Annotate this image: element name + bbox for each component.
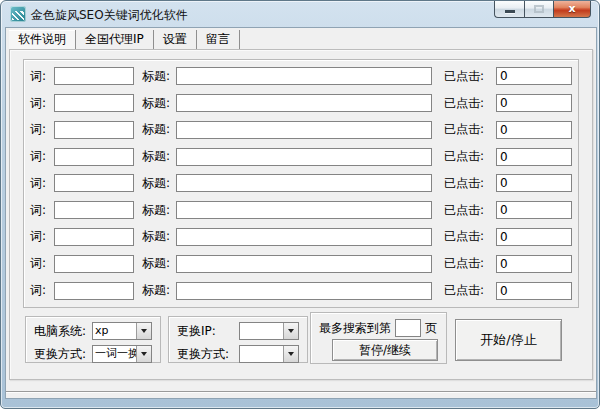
clicked-label: 已点击: (444, 68, 494, 85)
client-area: 软件说明 全国代理IP 设置 留言 词: 标题: 已点击: (5, 27, 597, 399)
chevron-down-icon[interactable] (283, 323, 298, 339)
clicked-count-input[interactable] (496, 67, 572, 85)
title-label: 标题: (142, 282, 176, 299)
app-icon (10, 6, 26, 22)
chevron-down-icon[interactable] (136, 323, 151, 339)
tab-bar: 软件说明 全国代理IP 设置 留言 (9, 31, 240, 49)
word-input[interactable] (54, 255, 134, 273)
keyword-row: 词: 标题: 已点击: (30, 201, 572, 219)
keyword-row: 词: 标题: 已点击: (30, 121, 572, 139)
tab-item[interactable]: 留言 (197, 30, 240, 50)
clicked-label: 已点击: (444, 255, 494, 272)
keyword-row: 词: 标题: 已点击: (30, 148, 572, 166)
minimize-button[interactable] (494, 1, 524, 18)
clicked-count-input[interactable] (496, 255, 572, 273)
system-value: xp (93, 323, 136, 339)
title-input[interactable] (176, 148, 432, 166)
max-page-input[interactable] (395, 319, 421, 337)
keyword-row: 词: 标题: 已点击: (30, 174, 572, 192)
word-label: 词: (30, 68, 54, 85)
clicked-label: 已点击: (444, 282, 494, 299)
word-input[interactable] (54, 228, 134, 246)
chevron-down-icon[interactable] (136, 346, 151, 362)
title-input[interactable] (176, 201, 432, 219)
clicked-count-input[interactable] (496, 148, 572, 166)
word-label: 词: (30, 202, 54, 219)
word-input[interactable] (54, 67, 134, 85)
max-page-suffix-label: 页 (425, 320, 437, 337)
title-input[interactable] (176, 282, 432, 300)
titlebar: 金色旋风SEO关键词优化软件 x (1, 1, 599, 27)
maximize-icon (534, 5, 544, 13)
clicked-count-input[interactable] (496, 228, 572, 246)
word-input[interactable] (54, 201, 134, 219)
title-input[interactable] (176, 174, 432, 192)
change-ip-label: 更换IP: (177, 323, 216, 340)
clicked-count-input[interactable] (496, 282, 572, 300)
swap-mode-label: 更换方式: (34, 346, 86, 363)
close-icon: x (554, 1, 590, 16)
pause-resume-button[interactable]: 暂停/继续 (332, 339, 438, 361)
title-label: 标题: (142, 68, 176, 85)
word-input[interactable] (54, 148, 134, 166)
title-label: 标题: (142, 175, 176, 192)
window-title: 金色旋风SEO关键词优化软件 (31, 7, 188, 24)
change-ip-value (240, 323, 283, 339)
keyword-row: 词: 标题: 已点击: (30, 94, 572, 112)
title-input[interactable] (176, 228, 432, 246)
system-select[interactable]: xp (92, 322, 152, 340)
word-label: 词: (30, 121, 54, 138)
swap-mode-value: 一词一换 (93, 346, 136, 362)
clicked-label: 已点击: (444, 148, 494, 165)
clicked-label: 已点击: (444, 121, 494, 138)
keywords-groupbox: 词: 标题: 已点击: 词: 标题: 已点击: (23, 59, 579, 308)
tab-item[interactable]: 设置 (154, 30, 197, 50)
title-label: 标题: (142, 202, 176, 219)
clicked-label: 已点击: (444, 175, 494, 192)
search-depth-groupbox: 最多搜索到第 页 暂停/继续 (310, 312, 447, 364)
title-input[interactable] (176, 121, 432, 139)
word-input[interactable] (54, 282, 134, 300)
word-input[interactable] (54, 121, 134, 139)
chevron-down-icon[interactable] (283, 346, 298, 362)
clicked-count-input[interactable] (496, 174, 572, 192)
system-label: 电脑系统: (34, 323, 86, 340)
word-label: 词: (30, 175, 54, 192)
title-input[interactable] (176, 94, 432, 112)
swap-mode-select[interactable]: 一词一换 (92, 345, 152, 363)
change-mode-value (240, 346, 283, 362)
word-label: 词: (30, 228, 54, 245)
caption-buttons: x (494, 1, 591, 18)
clicked-label: 已点击: (444, 202, 494, 219)
max-page-prefix-label: 最多搜索到第 (319, 320, 391, 337)
word-label: 词: (30, 282, 54, 299)
start-stop-button[interactable]: 开始/停止 (455, 319, 562, 361)
app-window: 金色旋风SEO关键词优化软件 x 软件说明 全国代理IP 设置 留言 (0, 0, 600, 409)
title-input[interactable] (176, 255, 432, 273)
word-input[interactable] (54, 174, 134, 192)
clicked-label: 已点击: (444, 95, 494, 112)
clicked-label: 已点击: (444, 228, 494, 245)
title-input[interactable] (176, 67, 432, 85)
title-label: 标题: (142, 228, 176, 245)
change-mode-select[interactable] (239, 345, 299, 363)
word-label: 词: (30, 148, 54, 165)
maximize-button[interactable] (524, 1, 553, 18)
minimize-icon (505, 10, 515, 13)
title-label: 标题: (142, 95, 176, 112)
tab-item[interactable]: 软件说明 (9, 30, 76, 50)
keyword-row: 词: 标题: 已点击: (30, 228, 572, 246)
title-label: 标题: (142, 255, 176, 272)
change-ip-select[interactable] (239, 322, 299, 340)
word-input[interactable] (54, 94, 134, 112)
clicked-count-input[interactable] (496, 201, 572, 219)
word-label: 词: (30, 95, 54, 112)
tab-page: 词: 标题: 已点击: 词: 标题: 已点击: (9, 49, 593, 380)
keyword-row: 词: 标题: 已点击: (30, 255, 572, 273)
close-button[interactable]: x (553, 1, 591, 18)
tab-item[interactable]: 全国代理IP (76, 30, 154, 50)
status-separator (6, 391, 596, 393)
clicked-count-input[interactable] (496, 121, 572, 139)
clicked-count-input[interactable] (496, 94, 572, 112)
ip-groupbox: 更换IP: 更换方式: (168, 316, 308, 363)
